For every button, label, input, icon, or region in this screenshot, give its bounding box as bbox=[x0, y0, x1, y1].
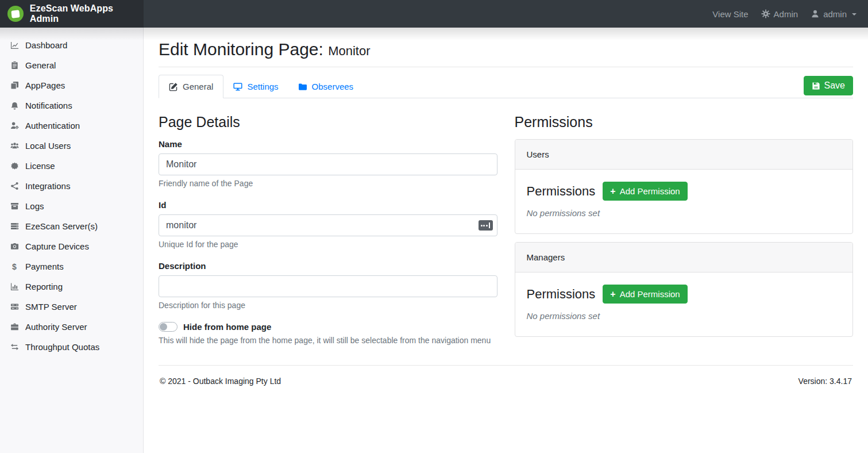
camera-icon bbox=[9, 242, 20, 251]
add-permission-button[interactable]: + Add Permission bbox=[603, 182, 687, 201]
name-label: Name bbox=[159, 139, 497, 149]
sidebar-item-integrations[interactable]: Integrations bbox=[0, 176, 143, 196]
managers-empty-text: No permissions set bbox=[527, 311, 842, 321]
edit-pencil-icon bbox=[169, 82, 178, 91]
gear-icon bbox=[761, 9, 770, 18]
sidebar-item-general[interactable]: General bbox=[0, 55, 143, 75]
brand[interactable]: EzeScan WebApps Admin bbox=[0, 0, 144, 28]
plus-icon: + bbox=[610, 187, 615, 196]
box-icon bbox=[9, 202, 20, 210]
users-card-header: Users bbox=[515, 140, 853, 170]
sidebar-item-logs[interactable]: Logs bbox=[0, 196, 143, 216]
users-icon bbox=[9, 141, 20, 150]
tab-general[interactable]: General bbox=[159, 75, 223, 98]
name-input[interactable] bbox=[159, 153, 497, 175]
name-field-group: Name Friendly name of the Page bbox=[159, 139, 497, 188]
view-site-link[interactable]: View Site bbox=[712, 9, 748, 19]
plus-icon: + bbox=[610, 290, 615, 299]
description-input[interactable] bbox=[159, 275, 497, 297]
permissions-heading: Permissions bbox=[515, 114, 854, 130]
hide-from-home-toggle[interactable] bbox=[159, 322, 178, 332]
desktop-icon bbox=[233, 82, 242, 91]
top-navbar: EzeScan WebApps Admin View Site Admin ad… bbox=[0, 0, 868, 28]
pages-icon bbox=[9, 81, 20, 90]
main-content: Edit Monitoring Page: Monitor General Se… bbox=[144, 28, 868, 453]
admin-link[interactable]: Admin bbox=[761, 9, 798, 19]
hide-from-home-help: This will hide the page from the home pa… bbox=[159, 336, 497, 345]
navbar-links: View Site Admin admin bbox=[712, 0, 868, 28]
clipboard-icon bbox=[9, 61, 20, 70]
permissions-section: Permissions Users Permissions + Add Perm… bbox=[515, 114, 854, 345]
bell-icon bbox=[9, 101, 20, 110]
user-menu[interactable]: admin bbox=[811, 9, 857, 19]
page-footer: © 2021 - Outback Imaging Pty Ltd Version… bbox=[159, 365, 853, 397]
users-permissions-card: Users Permissions + Add Permission No pe… bbox=[515, 139, 854, 234]
sidebar-item-smtp-server[interactable]: SMTP Server bbox=[0, 297, 143, 317]
title-divider bbox=[159, 67, 853, 67]
users-empty-text: No permissions set bbox=[527, 208, 842, 218]
sidebar-item-reporting[interactable]: Reporting bbox=[0, 277, 143, 297]
tab-bar: General Settings Observees Save bbox=[159, 75, 853, 98]
chevron-down-icon bbox=[852, 13, 857, 16]
sidebar-item-local-users[interactable]: Local Users bbox=[0, 136, 143, 156]
server-bars-icon bbox=[9, 222, 20, 231]
sidebar-nav: Dashboard General AppPages Notifications… bbox=[0, 28, 144, 453]
sidebar-item-ezescan-servers[interactable]: EzeScan Server(s) bbox=[0, 216, 143, 236]
exchange-icon bbox=[9, 343, 20, 351]
description-label: Description bbox=[159, 261, 497, 271]
text-suggestion-icon[interactable] bbox=[479, 220, 493, 231]
sidebar-item-authentication[interactable]: Authentication bbox=[0, 116, 143, 136]
chart-bar-icon bbox=[9, 282, 20, 291]
description-field-group: Description Description for this page bbox=[159, 261, 497, 310]
sidebar-item-throughput-quotas[interactable]: Throughput Quotas bbox=[0, 337, 143, 357]
page-title-subject: Monitor bbox=[328, 44, 370, 58]
id-help: Unique Id for the page bbox=[159, 240, 497, 249]
id-label: Id bbox=[159, 200, 497, 210]
chart-line-icon bbox=[9, 41, 20, 49]
managers-permissions-title: Permissions bbox=[527, 287, 596, 302]
user-cog-icon bbox=[9, 121, 20, 130]
page-title: Edit Monitoring Page: Monitor bbox=[159, 40, 853, 59]
add-permission-button[interactable]: + Add Permission bbox=[603, 285, 687, 304]
dollar-icon: $ bbox=[9, 262, 20, 271]
id-input[interactable] bbox=[159, 214, 497, 236]
page-details-section: Page Details Name Friendly name of the P… bbox=[159, 114, 497, 345]
id-field-group: Id Unique Id for the page bbox=[159, 200, 497, 249]
brand-title: EzeScan WebApps Admin bbox=[30, 3, 144, 24]
hide-from-home-label: Hide from home page bbox=[183, 322, 271, 332]
sidebar-item-apppages[interactable]: AppPages bbox=[0, 75, 143, 95]
floppy-icon bbox=[812, 82, 820, 90]
description-help: Description for this page bbox=[159, 301, 497, 310]
sidebar-item-authority-server[interactable]: Authority Server bbox=[0, 317, 143, 337]
version-text: Version: 3.4.17 bbox=[798, 377, 852, 386]
save-button[interactable]: Save bbox=[804, 76, 853, 95]
ezescan-admin-app: EzeScan WebApps Admin View Site Admin ad… bbox=[0, 0, 868, 453]
copyright-text: © 2021 - Outback Imaging Pty Ltd bbox=[160, 377, 281, 386]
managers-permissions-card: Managers Permissions + Add Permission No… bbox=[515, 242, 854, 337]
share-icon bbox=[9, 182, 20, 190]
server-icon bbox=[9, 302, 20, 311]
page-details-heading: Page Details bbox=[159, 114, 497, 130]
briefcase-icon bbox=[9, 323, 20, 331]
sidebar-item-capture-devices[interactable]: Capture Devices bbox=[0, 236, 143, 256]
name-help: Friendly name of the Page bbox=[159, 179, 497, 188]
tab-settings[interactable]: Settings bbox=[223, 75, 288, 98]
folder-icon bbox=[298, 82, 307, 91]
sidebar-item-dashboard[interactable]: Dashboard bbox=[0, 35, 143, 55]
user-icon bbox=[811, 9, 820, 18]
sidebar-item-payments[interactable]: $ Payments bbox=[0, 256, 143, 277]
sidebar-item-notifications[interactable]: Notifications bbox=[0, 95, 143, 116]
sidebar-item-license[interactable]: License bbox=[0, 156, 143, 176]
users-permissions-title: Permissions bbox=[527, 184, 596, 199]
tab-observees[interactable]: Observees bbox=[288, 75, 364, 98]
ezescan-logo-icon bbox=[7, 6, 24, 22]
managers-card-header: Managers bbox=[515, 243, 853, 272]
certificate-icon bbox=[9, 162, 20, 170]
